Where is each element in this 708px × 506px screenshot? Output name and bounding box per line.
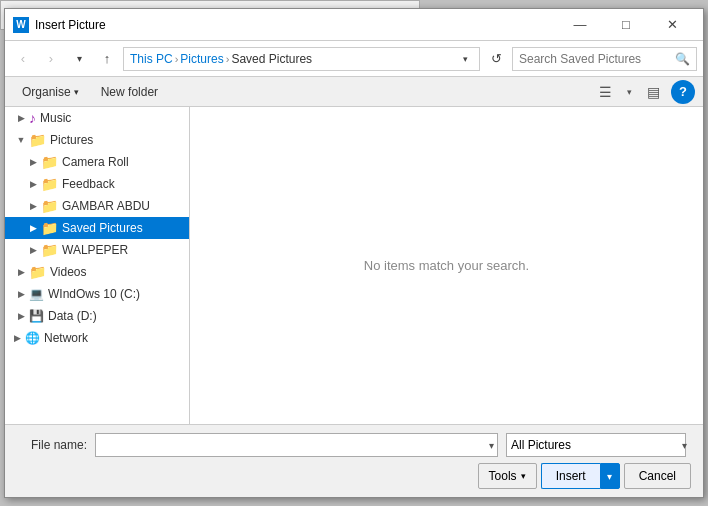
maximize-button[interactable]: □ [603,9,649,41]
sidebar-item-music[interactable]: ▶ ♪ Music [5,107,189,129]
sidebar-item-walpeper-label: WALPEPER [62,243,128,257]
expander-saved-pictures: ▶ [25,217,41,239]
saved-pictures-icon: 📁 [41,220,58,236]
sidebar-item-feedback-label: Feedback [62,177,115,191]
close-button[interactable]: ✕ [649,9,695,41]
file-name-wrap: ▾ [95,433,498,457]
breadcrumb-sep-2: › [226,53,230,65]
file-name-row: File name: ▾ All Pictures JPEG PNG GIF B… [17,433,691,457]
windows10-icon: 💻 [29,287,44,301]
expander-camera-roll: ▶ [25,151,41,173]
view-dropdown-button[interactable]: ▾ [621,80,637,104]
expander-music: ▶ [13,107,29,129]
file-name-label: File name: [17,438,87,452]
expander-feedback: ▶ [25,173,41,195]
videos-icon: 📁 [29,264,46,280]
sidebar-item-network-label: Network [44,331,88,345]
breadcrumb-sep-1: › [175,53,179,65]
dialog-title: Insert Picture [35,18,557,32]
expander-videos: ▶ [13,261,29,283]
forward-button[interactable]: › [39,47,63,71]
new-folder-label: New folder [101,85,158,99]
camera-roll-icon: 📁 [41,154,58,170]
search-input[interactable] [519,52,675,66]
view-list-button[interactable]: ☰ [591,80,619,104]
sidebar-item-saved-pictures-label: Saved Pictures [62,221,143,235]
search-box: 🔍 [512,47,697,71]
breadcrumb-dropdown-button[interactable]: ▾ [457,50,473,68]
sidebar-item-data-d[interactable]: ▶ 💾 Data (D:) [5,305,189,327]
help-label: ? [679,84,687,99]
sidebar-item-pictures[interactable]: ▼ 📁 Pictures [5,129,189,151]
sidebar-item-windows10-label: WIndOws 10 (C:) [48,287,140,301]
sidebar-item-walpeper[interactable]: ▶ 📁 WALPEPER [5,239,189,261]
tools-label: Tools [489,469,517,483]
sidebar-item-videos[interactable]: ▶ 📁 Videos [5,261,189,283]
file-type-select[interactable]: All Pictures JPEG PNG GIF BMP TIFF [506,433,686,457]
sidebar-item-network[interactable]: ▶ 🌐 Network [5,327,189,349]
tools-button[interactable]: Tools ▾ [478,463,537,489]
minimize-button[interactable]: — [557,9,603,41]
feedback-icon: 📁 [41,176,58,192]
walpeper-icon: 📁 [41,242,58,258]
breadcrumb-this-pc[interactable]: This PC [130,52,173,66]
sidebar-item-pictures-label: Pictures [50,133,93,147]
search-icon: 🔍 [675,52,690,66]
main-area: ▶ ♪ Music ▼ 📁 Pictures ▶ 📁 Camera Roll ▶… [5,107,703,424]
expander-network: ▶ [9,327,25,349]
breadcrumb-pictures[interactable]: Pictures [180,52,223,66]
sidebar-item-gambar-abdu[interactable]: ▶ 📁 GAMBAR ABDU [5,195,189,217]
data-d-icon: 💾 [29,309,44,323]
organise-dropdown-icon: ▾ [74,87,79,97]
refresh-button[interactable]: ↺ [484,47,508,71]
no-items-message: No items match your search. [364,258,529,273]
help-button[interactable]: ? [671,80,695,104]
expander-pictures: ▼ [13,129,29,151]
cancel-button[interactable]: Cancel [624,463,691,489]
breadcrumb: This PC › Pictures › Saved Pictures ▾ [123,47,480,71]
sidebar-item-gambar-abdu-label: GAMBAR ABDU [62,199,150,213]
sidebar-item-windows10[interactable]: ▶ 💻 WIndOws 10 (C:) [5,283,189,305]
network-icon: 🌐 [25,331,40,345]
title-bar-controls: — □ ✕ [557,9,695,41]
sidebar: ▶ ♪ Music ▼ 📁 Pictures ▶ 📁 Camera Roll ▶… [5,107,190,424]
sidebar-item-feedback[interactable]: ▶ 📁 Feedback [5,173,189,195]
expander-gambar-abdu: ▶ [25,195,41,217]
insert-arrow-icon: ▾ [607,471,612,482]
bottom-bar: File name: ▾ All Pictures JPEG PNG GIF B… [5,424,703,497]
sidebar-item-videos-label: Videos [50,265,86,279]
sidebar-item-music-label: Music [40,111,71,125]
sidebar-item-data-d-label: Data (D:) [48,309,97,323]
file-name-input[interactable] [95,433,498,457]
sidebar-item-camera-roll[interactable]: ▶ 📁 Camera Roll [5,151,189,173]
view-buttons: ☰ ▾ ▤ [591,80,667,104]
view-detail-button[interactable]: ▤ [639,80,667,104]
organise-button[interactable]: Organise ▾ [13,80,88,104]
insert-button-wrap: Insert ▾ [541,463,620,489]
organise-label: Organise [22,85,71,99]
tools-dropdown-icon: ▾ [521,471,526,481]
breadcrumb-current: Saved Pictures [231,52,312,66]
back-button[interactable]: ‹ [11,47,35,71]
recent-locations-button[interactable]: ▾ [67,47,91,71]
sidebar-item-saved-pictures[interactable]: ▶ 📁 Saved Pictures [5,217,189,239]
pictures-icon: 📁 [29,132,46,148]
new-folder-button[interactable]: New folder [92,80,167,104]
address-bar: ‹ › ▾ ↑ This PC › Pictures › Saved Pictu… [5,41,703,77]
insert-picture-dialog: W Insert Picture — □ ✕ ‹ › ▾ ↑ This PC ›… [4,8,704,498]
expander-walpeper: ▶ [25,239,41,261]
sidebar-item-camera-roll-label: Camera Roll [62,155,129,169]
gambar-abdu-icon: 📁 [41,198,58,214]
toolbar: Organise ▾ New folder ☰ ▾ ▤ ? [5,77,703,107]
insert-label: Insert [556,469,586,483]
expander-windows10: ▶ [13,283,29,305]
insert-button[interactable]: Insert [541,463,600,489]
content-area: No items match your search. [190,107,703,424]
button-row: Tools ▾ Insert ▾ Cancel [17,463,691,489]
expander-data-d: ▶ [13,305,29,327]
up-button[interactable]: ↑ [95,47,119,71]
music-icon: ♪ [29,110,36,126]
dialog-icon: W [13,17,29,33]
insert-dropdown-button[interactable]: ▾ [600,463,620,489]
title-bar: W Insert Picture — □ ✕ [5,9,703,41]
